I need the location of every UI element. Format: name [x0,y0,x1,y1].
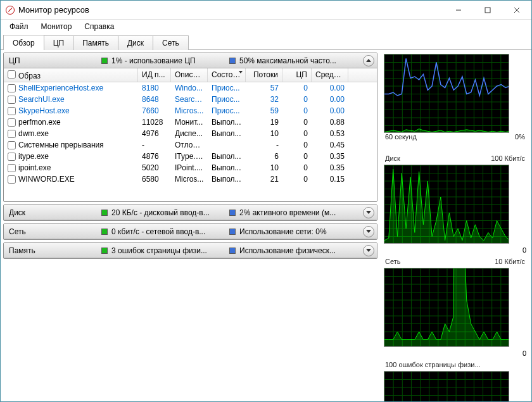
tab-overview[interactable]: Обзор [3,35,44,50]
maximize-button[interactable] [473,1,502,20]
table-row[interactable]: perfmon.exe11028Монит...Выпол...1900.88 [4,116,377,128]
chart-faults-title: 100 ошибок страницы физи... [385,361,481,368]
swatch-green-icon [101,248,108,254]
titlebar[interactable]: Монитор ресурсов [1,1,531,20]
right-column: 60 секунд 0% Диск 100 Кбит/с 0 Сеть 10 К… [377,50,531,401]
col-desc[interactable]: Описа... [171,68,208,82]
col-image[interactable]: Образ [4,68,138,82]
panel-network-title: Сеть [9,227,98,236]
table-row[interactable]: WINWORD.EXE6580Micros...Выпол...2100.15 [4,173,377,185]
menu-help[interactable]: Справка [79,21,119,32]
panel-disk-header[interactable]: Диск 20 КБ/с - дисковый ввод-в... 2% акт… [4,205,377,220]
cpu-freq-label: 50% максимальной часто... [239,56,357,65]
swatch-blue-icon [229,58,236,64]
net-usage-label: Использование сети: 0% [239,227,357,236]
panel-memory-title: Память [9,246,98,255]
expand-button[interactable] [363,226,374,237]
swatch-green-icon [101,229,108,235]
table-row[interactable]: ShellExperienceHost.exe8180Windo...Приос… [4,82,377,94]
tab-disk[interactable]: Диск [118,35,153,50]
chart-cpu [384,54,509,133]
row-checkbox[interactable] [8,107,16,115]
chart-net-zero: 0 [522,349,526,357]
row-checkbox[interactable] [8,96,16,104]
net-io-label: 0 кбит/с - сетевой ввод-в... [111,227,225,236]
window-title: Монитор ресурсов [18,5,89,15]
table-row[interactable]: Системные прерывания-Отлож...-00.45 [4,139,377,151]
mem-faults-label: 3 ошибок страницы физи... [111,246,225,255]
disk-io-label: 20 КБ/с - дисковый ввод-в... [111,208,225,217]
panel-disk-title: Диск [9,208,98,217]
menu-monitor[interactable]: Монитор [36,21,77,32]
close-button[interactable] [502,1,531,20]
chart-cpu-xlabel: 60 секунд [385,133,417,141]
table-row[interactable]: SearchUI.exe8648Search ...Приос...3200.0… [4,94,377,105]
chart-net-wrap: 0 [384,268,526,347]
row-checkbox[interactable] [8,164,16,172]
tab-network[interactable]: Сеть [153,35,189,50]
chart-disk-wrap: 0 [384,165,526,244]
tab-memory[interactable]: Память [73,35,118,50]
chart-faults [384,371,509,401]
row-checkbox[interactable] [8,84,16,92]
panel-network-header[interactable]: Сеть 0 кбит/с - сетевой ввод-в... Исполь… [4,224,377,239]
minimize-button[interactable] [444,1,473,20]
swatch-green-icon [101,210,108,216]
cpu-table: Образ ИД п... Описа... Состоя... Потоки … [4,68,377,201]
chart-net [384,268,509,347]
content-area: ЦП 1% - использование ЦП 50% максимально… [1,50,531,401]
chart-cpu-right: 0% [515,133,525,141]
col-cpu[interactable]: ЦП [282,68,312,82]
row-checkbox[interactable] [8,118,16,127]
chevron-down-icon [366,230,371,233]
panel-cpu: ЦП 1% - использование ЦП 50% максимально… [3,53,377,202]
chart-disk [384,165,509,244]
select-all-checkbox[interactable] [8,70,16,79]
panel-network: Сеть 0 кбит/с - сетевой ввод-в... Исполь… [3,223,377,240]
row-checkbox[interactable] [8,175,16,184]
resource-monitor-window: Монитор ресурсов Файл Монитор Справка Об… [0,0,532,402]
row-checkbox[interactable] [8,153,16,161]
chart-cpu-wrap: 60 секунд 0% [384,54,526,141]
svg-rect-1 [485,8,490,13]
cpu-table-header: Образ ИД п... Описа... Состоя... Потоки … [4,68,377,82]
swatch-green-icon [101,58,108,64]
row-checkbox[interactable] [8,130,16,138]
app-icon [6,6,15,15]
collapse-button[interactable] [363,55,374,66]
disk-active-label: 2% активного времени (м... [239,208,357,217]
table-row[interactable]: ipoint.exe5020IPoint....Выпол...1000.35 [4,162,377,173]
cpu-table-body[interactable]: ShellExperienceHost.exe8180Windo...Приос… [4,82,377,185]
table-row[interactable]: dwm.exe4976Диспе...Выпол...1000.53 [4,128,377,139]
chevron-down-icon [366,249,371,252]
col-avg[interactable]: Средн... [312,68,348,82]
menu-file[interactable]: Файл [4,21,34,32]
menubar: Файл Монитор Справка [1,20,531,34]
tabstrip: Обзор ЦП Память Диск Сеть [1,34,531,50]
chart-disk-title: Диск [385,154,400,162]
panel-memory-header[interactable]: Память 3 ошибок страницы физи... Использ… [4,243,377,258]
tab-cpu[interactable]: ЦП [44,35,74,50]
table-row[interactable]: SkypeHost.exe7660Micros...Приос...5900.0… [4,105,377,116]
expand-button[interactable] [363,207,374,218]
panel-cpu-title: ЦП [9,56,98,65]
panel-memory: Память 3 ошибок страницы физи... Использ… [3,242,377,259]
chart-net-right: 10 Кбит/с [495,258,525,265]
panel-cpu-header[interactable]: ЦП 1% - использование ЦП 50% максимально… [4,53,377,68]
cpu-usage-label: 1% - использование ЦП [111,56,225,65]
expand-button[interactable] [363,245,374,256]
table-row[interactable]: itype.exe4876IType.exeВыпол...600.35 [4,151,377,162]
chevron-down-icon [366,211,371,214]
row-checkbox[interactable] [8,141,16,149]
col-state[interactable]: Состоя... [208,68,246,82]
panel-disk: Диск 20 КБ/с - дисковый ввод-в... 2% акт… [3,204,377,221]
col-threads[interactable]: Потоки [246,68,282,82]
chevron-up-icon [366,59,371,62]
swatch-blue-icon [229,210,236,216]
mem-usage-label: Использование физическ... [239,246,357,255]
col-pid[interactable]: ИД п... [138,68,171,82]
left-column: ЦП 1% - использование ЦП 50% максимально… [1,50,377,401]
swatch-blue-icon [229,248,236,254]
chart-faults-wrap [384,371,526,401]
chart-disk-zero: 0 [522,246,526,254]
